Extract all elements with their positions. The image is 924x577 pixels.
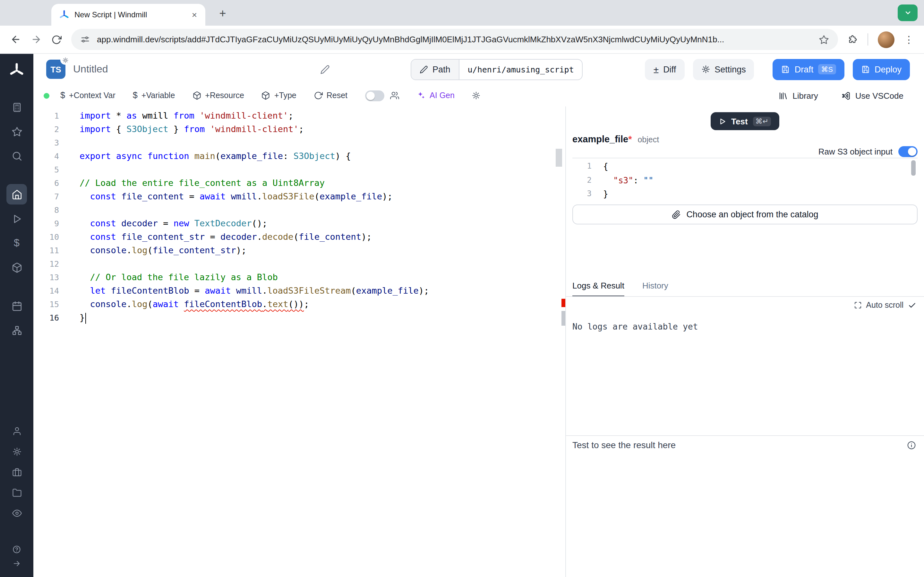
app-sidebar: $ (0, 54, 33, 577)
tabs-divider (566, 296, 924, 297)
code-line: 4export async function main(example_file… (33, 149, 565, 163)
home-icon[interactable] (6, 184, 27, 205)
address-bar[interactable]: app.windmill.dev/scripts/add#JTdCJTIyaGF… (71, 29, 838, 50)
script-title-field[interactable]: Untitled (73, 63, 330, 75)
help-icon[interactable] (9, 543, 24, 556)
ai-gen-label: AI Gen (430, 91, 455, 100)
profile-avatar[interactable] (878, 31, 895, 48)
json-scrollbar-thumb[interactable] (911, 160, 916, 176)
browser-tab[interactable]: New Script | Windmill × (51, 4, 205, 26)
settings-gear-icon (701, 65, 710, 74)
schedules-calendar-icon[interactable] (6, 295, 27, 316)
expand-icon (854, 301, 861, 309)
result-placeholder: Test to see the result here (572, 440, 676, 450)
save-icon (781, 65, 790, 74)
resources-cube-icon[interactable] (6, 257, 27, 277)
typescript-badge[interactable]: TS (46, 60, 65, 79)
collab-toggle[interactable] (365, 90, 384, 101)
add-context-var-button[interactable]: $ +Context Var (60, 91, 115, 100)
plus-minus-icon: ± (654, 64, 659, 74)
deploy-button[interactable]: Deploy (853, 59, 910, 80)
bookmark-star-icon[interactable] (819, 34, 829, 45)
diff-button[interactable]: ± Diff (645, 59, 685, 80)
path-control[interactable]: Path u/henri/amusing_script (411, 59, 583, 80)
argument-type: object (638, 135, 659, 144)
check-icon (908, 301, 916, 309)
error-overview-mark (561, 299, 565, 307)
test-button[interactable]: Test ⌘↵ (711, 112, 779, 130)
new-tab-button[interactable]: + (214, 5, 231, 22)
search-icon[interactable] (6, 145, 27, 166)
reset-label: Reset (326, 91, 347, 100)
editor-scrollbar-thumb[interactable] (556, 149, 562, 167)
draft-button[interactable]: Draft ⌘S (773, 59, 845, 80)
code-line: 16} (33, 311, 565, 324)
editor-settings-button[interactable] (472, 91, 481, 100)
variables-dollar-icon[interactable]: $ (6, 233, 27, 253)
back-icon[interactable] (10, 34, 21, 45)
add-variable-button[interactable]: $ +Variable (133, 91, 175, 100)
draft-label: Draft (795, 64, 814, 74)
code-editor[interactable]: 1import * as wmill from 'windmill-client… (33, 106, 566, 577)
cube-icon (262, 91, 270, 100)
code-line: 2 "s3": "" (572, 173, 918, 187)
favorites-star-icon[interactable] (6, 121, 27, 142)
code-line: 10 const file_content_str = decoder.deco… (33, 230, 565, 243)
windmill-app: $ TS (0, 54, 924, 577)
cube-icon (192, 91, 201, 100)
no-logs-message: No logs are available yet (572, 322, 698, 332)
reload-icon[interactable] (51, 34, 61, 45)
argument-name: example_file* (572, 134, 632, 144)
tab-history[interactable]: History (642, 281, 668, 297)
use-vscode-button[interactable]: Use VSCode (841, 91, 903, 100)
add-resource-button[interactable]: +Resource (192, 91, 244, 100)
tab-logs-result[interactable]: Logs & Result (572, 281, 624, 297)
code-line: 13 // Or load the file lazily as a Blob (33, 271, 565, 284)
audit-eye-icon[interactable] (8, 504, 26, 522)
edit-path-pencil-icon (420, 65, 428, 73)
code-lines[interactable]: 1import * as wmill from 'windmill-client… (33, 106, 565, 324)
extensions-puzzle-icon[interactable] (848, 34, 858, 45)
browser-extension-badge[interactable] (898, 5, 918, 21)
folders-icon[interactable] (8, 484, 26, 501)
site-settings-icon[interactable] (80, 35, 90, 44)
code-line: 2import { S3Object } from 'windmill-clie… (33, 122, 565, 136)
panel-tabs: Logs & Result History (572, 281, 668, 297)
forward-icon[interactable] (31, 34, 42, 45)
language-settings-gear-icon[interactable] (60, 55, 70, 65)
users-icon (390, 91, 399, 100)
collapse-arrow-icon[interactable] (9, 557, 24, 570)
browser-tab-strip: New Script | Windmill × + (0, 0, 924, 26)
add-variable-label: +Variable (142, 91, 175, 100)
browser-menu-icon[interactable]: ⋮ (904, 34, 914, 45)
reset-button[interactable]: Reset (314, 91, 347, 100)
choose-object-button[interactable]: Choose an object from the catalog (572, 205, 918, 224)
code-line: 5 (33, 163, 565, 176)
play-icon (719, 118, 726, 125)
address-bar-row: app.windmill.dev/scripts/add#JTdCJTIyaGF… (0, 26, 924, 54)
settings-gear-icon[interactable] (8, 442, 26, 460)
auto-scroll-control[interactable]: Auto scroll (854, 301, 916, 309)
ai-gen-button[interactable]: AI Gen (416, 91, 455, 100)
info-icon[interactable] (907, 440, 916, 450)
user-icon[interactable] (8, 422, 26, 440)
calculator-icon[interactable] (6, 97, 27, 117)
library-button[interactable]: Library (779, 91, 818, 100)
edit-title-pencil-icon[interactable] (320, 64, 330, 74)
s3-json-input[interactable]: 1{2 "s3": ""3} (572, 158, 918, 201)
tab-close-icon[interactable]: × (189, 9, 200, 21)
divider (867, 33, 868, 45)
raw-s3-toggle[interactable] (898, 146, 918, 157)
code-line: 15 console.log(await fileContentBlob.tex… (33, 298, 565, 311)
flows-sitemap-icon[interactable] (6, 320, 27, 340)
settings-button[interactable]: Settings (693, 59, 754, 80)
workers-briefcase-icon[interactable] (8, 463, 26, 481)
windmill-logo[interactable] (6, 59, 27, 81)
library-label: Library (792, 91, 818, 100)
cursor-overview-mark (561, 311, 565, 326)
add-type-button[interactable]: +Type (262, 91, 296, 100)
sparkles-icon (416, 91, 425, 100)
paperclip-icon (672, 210, 680, 219)
runs-play-icon[interactable] (6, 208, 27, 229)
raw-s3-row: Raw S3 object input (819, 146, 918, 157)
